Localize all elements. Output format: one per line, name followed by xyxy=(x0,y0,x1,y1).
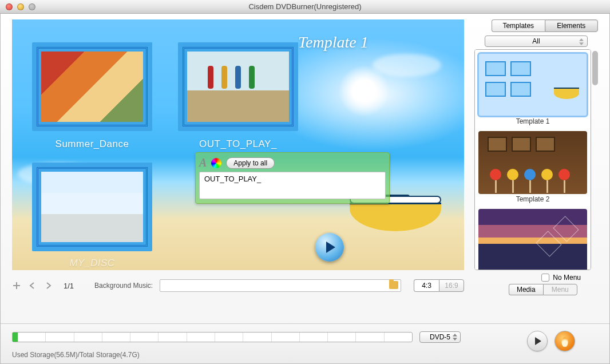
browse-music-icon[interactable] xyxy=(389,281,398,289)
clip-thumbnail xyxy=(41,52,143,122)
no-menu-label: No Menu xyxy=(553,274,581,282)
page-indicator: 1/1 xyxy=(64,282,74,290)
prev-page-button[interactable] xyxy=(28,281,37,290)
menu-preview-canvas[interactable]: Template 1 Summer_Dance OUT_TO_PLAY_ MY_… xyxy=(12,19,464,270)
window-title: Cisdem DVDBurner(Unregistered) xyxy=(0,2,610,11)
menu-play-button[interactable] xyxy=(315,233,344,262)
storage-usage-bar xyxy=(12,332,413,342)
font-style-icon[interactable]: A xyxy=(199,156,207,169)
caption-edit-panel: A Apply to all xyxy=(195,152,390,204)
template-item[interactable]: Template 1 xyxy=(478,53,587,125)
clip-caption[interactable]: Summer_Dance xyxy=(32,139,152,150)
aspect-4-3-button[interactable]: 4:3 xyxy=(414,279,439,292)
clip-caption[interactable]: MY_DISC xyxy=(32,258,152,269)
apply-to-all-button[interactable]: Apply to all xyxy=(226,157,275,169)
flame-icon xyxy=(560,335,569,347)
template-thumbnail xyxy=(478,53,587,116)
clip-frame[interactable] xyxy=(178,42,298,131)
next-page-button[interactable] xyxy=(44,281,53,290)
template-title-text[interactable]: Template 1 xyxy=(298,33,369,52)
background-music-label: Background Music: xyxy=(94,282,153,290)
no-menu-checkbox[interactable] xyxy=(541,274,549,282)
disc-type-value: DVD-5 xyxy=(430,333,450,341)
aspect-16-9-button[interactable]: 16:9 xyxy=(439,279,464,292)
template-list[interactable]: Template 1 Template 2 Template 3 xyxy=(474,49,591,270)
add-page-button[interactable] xyxy=(12,281,21,290)
clip-caption[interactable]: OUT_TO_PLAY_ xyxy=(178,139,298,150)
window-titlebar: Cisdem DVDBurner(Unregistered) xyxy=(0,0,610,14)
storage-text: Used Storage(56.5M)/Total Storage(4.7G) xyxy=(12,351,140,359)
menu-tab-button[interactable]: Menu xyxy=(543,284,578,295)
disc-type-select[interactable]: DVD-5 xyxy=(419,331,461,343)
tab-templates[interactable]: Templates xyxy=(492,19,545,32)
tab-elements[interactable]: Elements xyxy=(545,19,599,32)
play-icon xyxy=(535,337,541,345)
right-lower-controls: No Menu Media Menu xyxy=(474,274,598,295)
clip-thumbnail xyxy=(187,52,289,122)
storage-used-segment xyxy=(13,333,18,342)
template-item[interactable]: Template 2 xyxy=(478,131,587,203)
template-thumbnail xyxy=(478,209,587,270)
template-item[interactable]: Template 3 xyxy=(478,209,587,270)
template-label: Template 2 xyxy=(478,195,587,203)
clip-frame[interactable] xyxy=(32,42,152,131)
canvas-controls-row: 1/1 Background Music: 4:3 16:9 xyxy=(12,277,464,294)
templates-panel: Templates Elements All Template 1 xyxy=(474,19,598,270)
sun-decoration xyxy=(338,65,390,117)
template-list-scrollbar[interactable] xyxy=(592,51,598,85)
template-category-value: All xyxy=(532,37,540,45)
caption-text-input[interactable] xyxy=(199,172,386,199)
background-music-field[interactable] xyxy=(160,279,401,292)
template-label: Template 1 xyxy=(478,117,587,125)
bottom-bar: DVD-5 Used Storage(56.5M)/Total Storage(… xyxy=(1,323,609,363)
color-picker-icon[interactable] xyxy=(211,158,221,168)
media-tab-button[interactable]: Media xyxy=(509,284,543,295)
template-thumbnail xyxy=(478,131,587,194)
template-category-select[interactable]: All xyxy=(485,35,588,47)
burn-button[interactable] xyxy=(554,331,575,351)
preview-button[interactable] xyxy=(527,331,548,351)
play-icon xyxy=(326,242,335,253)
clip-thumbnail xyxy=(41,172,143,242)
clip-frame[interactable] xyxy=(32,163,152,251)
